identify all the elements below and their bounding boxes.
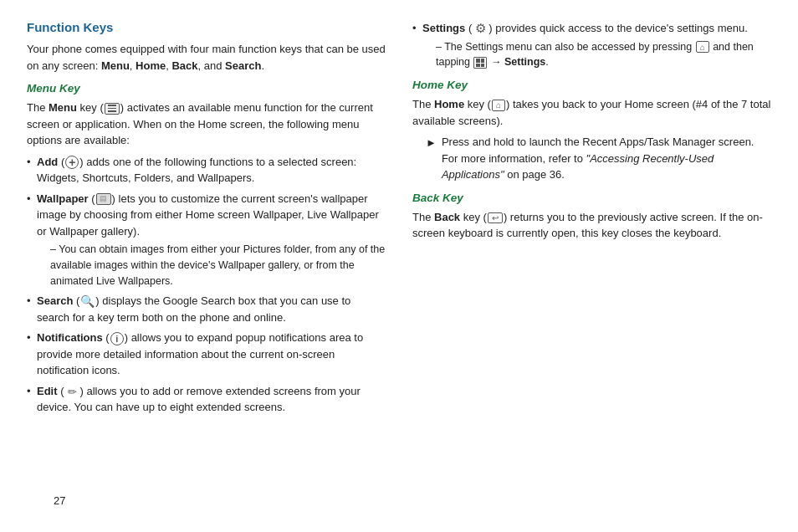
page-number: 27	[54, 494, 65, 507]
intro-paragraph: Your phone comes equipped with four main…	[27, 41, 386, 74]
list-item: Notifications (i) allows you to expand p…	[27, 330, 386, 379]
grid-icon	[473, 57, 487, 69]
settings-list: Settings (⚙) provides quick access to th…	[412, 20, 771, 70]
wallpaper-icon: ▤	[96, 193, 111, 205]
right-column: Settings (⚙) provides quick access to th…	[412, 20, 771, 420]
wallpaper-sub-note: You can obtain images from either your P…	[50, 242, 386, 289]
list-item-settings: Settings (⚙) provides quick access to th…	[412, 20, 771, 70]
edit-icon: ✏	[65, 385, 79, 399]
back-key-icon: ↩	[488, 212, 503, 223]
list-item: Edit (✏) allows you to add or remove ext…	[27, 383, 386, 416]
menu-icon	[105, 103, 120, 115]
left-column: Function Keys Your phone comes equipped …	[27, 20, 386, 420]
menu-key-intro: The Menu key () activates an available m…	[27, 100, 386, 149]
list-item: Search (🔍) displays the Google Search bo…	[27, 293, 386, 325]
list-item: Add (+) adds one of the following functi…	[27, 154, 386, 187]
add-icon: +	[65, 156, 79, 169]
back-key-text: The Back key (↩) returns you to the prev…	[412, 209, 771, 242]
home-key-title: Home Key	[412, 79, 771, 91]
menu-key-title: Menu Key	[27, 82, 386, 95]
settings-sub-note: The Settings menu can also be accessed b…	[436, 39, 771, 71]
home-key-icon: ⌂	[492, 100, 505, 111]
menu-options-list: Add (+) adds one of the following functi…	[27, 154, 386, 416]
list-item: Wallpaper (▤) lets you to customize the …	[27, 191, 386, 289]
home-icon-inline: ⌂	[696, 41, 709, 53]
home-key-arrow-text: Press and hold to launch the Recent Apps…	[442, 134, 771, 183]
home-key-arrow-item: ► Press and hold to launch the Recent Ap…	[426, 134, 771, 183]
notifications-icon: i	[110, 332, 124, 345]
home-key-intro: The Home key (⌂) takes you back to your …	[412, 96, 771, 129]
settings-icon: ⚙	[473, 22, 488, 37]
back-key-title: Back Key	[412, 192, 771, 204]
search-icon: 🔍	[80, 294, 95, 309]
arrow-icon: ►	[426, 135, 437, 151]
section-title: Function Keys	[27, 20, 386, 34]
